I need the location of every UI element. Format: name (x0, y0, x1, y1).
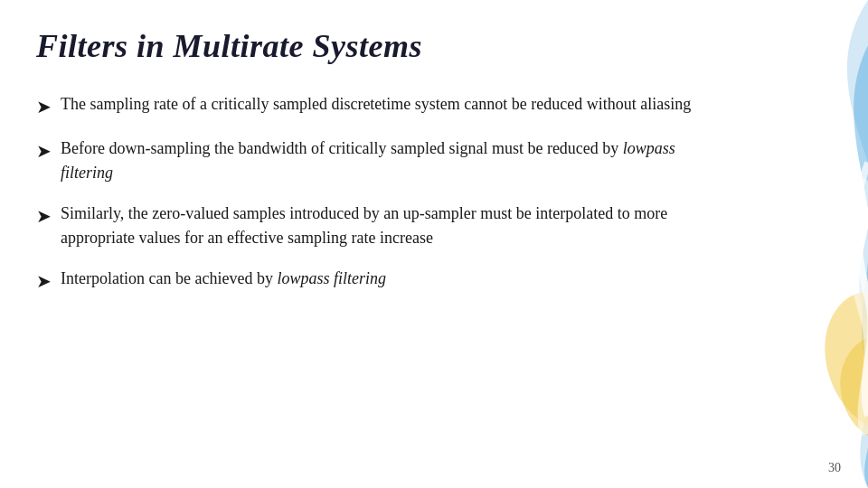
bullet-arrow-2: ➤ (36, 137, 52, 164)
bullet-arrow-4: ➤ (36, 267, 52, 295)
bullet-text-3: Similarly, the zero-valued samples intro… (61, 202, 696, 250)
bullet-item-3: ➤ Similarly, the zero-valued samples int… (36, 202, 696, 250)
bullet-text-4: Interpolation can be achieved by lowpass… (61, 267, 696, 291)
bullet-text-1: The sampling rate of a critically sample… (61, 92, 696, 117)
page-number: 30 (828, 461, 841, 475)
bullet-item-4: ➤ Interpolation can be achieved by lowpa… (36, 267, 696, 295)
slide-title: Filters in Multirate Systems (0, 0, 868, 83)
svg-point-0 (806, 275, 868, 447)
bullet-item-2: ➤ Before down-sampling the bandwidth of … (36, 136, 696, 185)
italic-lowpass-1: lowpass filtering (61, 139, 675, 182)
italic-lowpass-2: lowpass filtering (277, 269, 386, 287)
bullet-arrow-3: ➤ (36, 202, 52, 230)
slide: Filters in Multirate Systems ➤ The sampl… (0, 0, 868, 488)
bullet-item-1: ➤ The sampling rate of a critically samp… (36, 92, 696, 120)
svg-point-1 (828, 324, 868, 453)
slide-content: ➤ The sampling rate of a critically samp… (0, 83, 741, 320)
bullet-arrow-1: ➤ (36, 93, 52, 120)
bullet-text-2: Before down-sampling the bandwidth of cr… (61, 136, 696, 185)
